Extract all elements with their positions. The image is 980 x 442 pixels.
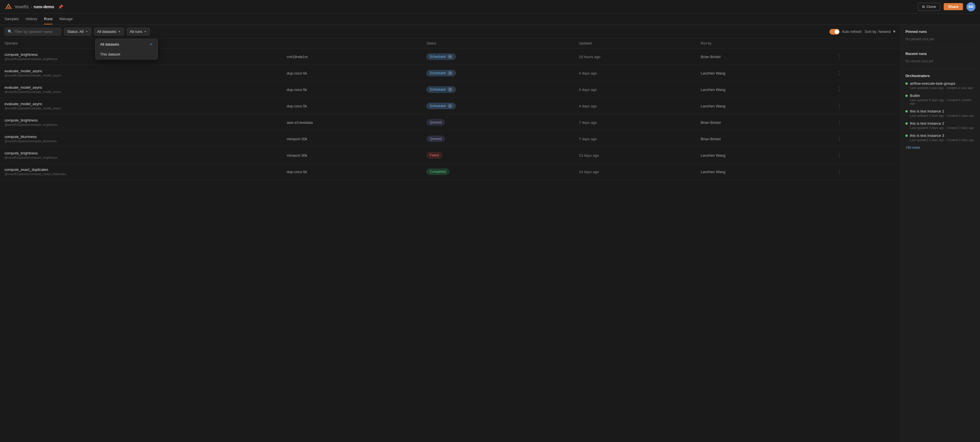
run-by: Lanzhen Wang bbox=[701, 153, 725, 158]
tab-samples[interactable]: Samples bbox=[5, 14, 19, 24]
row-more-button[interactable]: ⋮ bbox=[835, 102, 843, 110]
row-more-button[interactable]: ⋮ bbox=[835, 135, 843, 143]
auto-refresh-toggle[interactable] bbox=[829, 29, 840, 35]
runs-filter-button[interactable]: All runs ▼ bbox=[127, 28, 150, 35]
col-actions bbox=[830, 38, 900, 48]
run-by: Brian Bristol bbox=[701, 55, 721, 59]
run-by: Brian Bristol bbox=[701, 120, 721, 125]
dataset-name: mimport-30k bbox=[287, 137, 307, 141]
orchestrator-status-dot bbox=[905, 135, 908, 137]
tab-manage[interactable]: Manage bbox=[59, 14, 73, 24]
tab-runs[interactable]: Runs bbox=[44, 14, 52, 24]
sidebar: Pinned runs No pinned runs yet Recent ru… bbox=[900, 25, 980, 442]
table-row: compute_exact_duplicates @voxel51/panels… bbox=[0, 163, 900, 180]
clone-button[interactable]: ⧉ Clone bbox=[918, 3, 940, 11]
recent-runs-title: Recent runs bbox=[905, 52, 975, 56]
chevron-down-icon: ▼ bbox=[892, 30, 896, 34]
status-badge: Scheduled3 bbox=[426, 70, 456, 76]
sidebar-divider-2 bbox=[905, 69, 975, 69]
orchestrator-item[interactable]: this is test instance 1 Last updated 3 d… bbox=[905, 109, 975, 117]
orchestrator-meta: Last updated 3 days ago · Created 3 days… bbox=[910, 138, 974, 142]
row-more-button[interactable]: ⋮ bbox=[835, 53, 843, 60]
operator-name: evaluate_model_async bbox=[5, 102, 278, 106]
status-filter-button[interactable]: Status: All ▼ bbox=[64, 28, 91, 35]
tab-history[interactable]: History bbox=[26, 14, 37, 24]
operator-name: compute_blurriness bbox=[5, 135, 278, 139]
updated-time: 7 days ago bbox=[579, 120, 597, 125]
orchestrator-name: Builtin bbox=[910, 93, 975, 98]
share-button[interactable]: Share bbox=[944, 3, 963, 10]
updated-time: 14 days ago bbox=[579, 170, 599, 174]
orchestrator-name: this is test instance 3 bbox=[910, 133, 974, 138]
status-badge: Queued bbox=[426, 119, 445, 125]
row-more-button[interactable]: ⋮ bbox=[835, 119, 843, 126]
operator-path: @voxel51/panels/compute_brightness bbox=[5, 156, 278, 159]
dataset-name: aws-s3-testdata bbox=[287, 120, 313, 125]
col-dataset bbox=[282, 38, 422, 48]
updated-time: 4 days ago bbox=[579, 87, 597, 92]
clone-icon: ⧉ bbox=[922, 5, 925, 9]
breadcrumb: Voxel51 › runs-demo 📌 bbox=[15, 5, 918, 9]
topbar-actions: ⧉ Clone Share BB bbox=[918, 2, 975, 11]
app-logo bbox=[5, 3, 13, 11]
row-more-button[interactable]: ⋮ bbox=[835, 152, 843, 159]
project-name[interactable]: runs-demo bbox=[34, 5, 54, 9]
status-badge: Failed bbox=[426, 152, 442, 158]
operator-name: compute_brightness bbox=[5, 151, 278, 155]
dropdown-item-this-dataset[interactable]: This dataset bbox=[95, 49, 158, 59]
run-by: Brian Bristol bbox=[701, 137, 721, 141]
org-name[interactable]: Voxel51 bbox=[15, 5, 29, 9]
sort-button[interactable]: Sort by: Newest ▼ bbox=[865, 30, 896, 34]
sidebar-divider-1 bbox=[905, 47, 975, 47]
dataset-name: mimport-30k bbox=[287, 153, 307, 158]
orchestrator-item[interactable]: this is test instance 2 Last updated 3 d… bbox=[905, 121, 975, 130]
dataset-name: dup-coco-5k bbox=[287, 170, 307, 174]
operator-name: evaluate_model_async bbox=[5, 85, 278, 90]
pinned-runs-title: Pinned runs bbox=[905, 30, 975, 34]
runs-table: Operator Status Updated Run by compute_b… bbox=[0, 38, 900, 180]
more-orchestrators-link[interactable]: +50 more bbox=[905, 146, 975, 150]
tab-navigation: Samples History Runs Manage bbox=[0, 14, 980, 25]
updated-time: 7 days ago bbox=[579, 137, 597, 141]
dataset-name: cvh18nde1m bbox=[287, 55, 308, 59]
col-updated: Updated bbox=[574, 38, 696, 48]
orchestrator-item[interactable]: Builtin Last updated 8 days ago · Create… bbox=[905, 93, 975, 105]
operator-path: @voxel51/panels/compute_exact_duplicates bbox=[5, 172, 278, 176]
topbar: Voxel51 › runs-demo 📌 ⧉ Clone Share BB bbox=[0, 0, 980, 14]
orchestrator-item[interactable]: this is test instance 3 Last updated 3 d… bbox=[905, 133, 975, 142]
dataset-dropdown: All datasets ✓ This dataset bbox=[95, 39, 158, 60]
dataset-name: dup-coco-5k bbox=[287, 104, 307, 108]
table-row: evaluate_model_async @voxel51/panels/eva… bbox=[0, 98, 900, 114]
row-more-button[interactable]: ⋮ bbox=[835, 86, 843, 93]
orchestrator-status-dot bbox=[905, 122, 908, 125]
operator-name: compute_exact_duplicates bbox=[5, 168, 278, 172]
chevron-down-icon: ▼ bbox=[144, 30, 146, 33]
run-by: Lanzhen Wang bbox=[701, 71, 725, 75]
orchestrator-item[interactable]: airflow-execute-task-groups Last updated… bbox=[905, 81, 975, 90]
row-more-button[interactable]: ⋮ bbox=[835, 168, 843, 175]
pinned-runs-empty: No pinned runs yet bbox=[905, 37, 975, 41]
status-badge: Scheduled4 bbox=[426, 54, 456, 60]
table-row: compute_brightness @voxel51/panels/compu… bbox=[0, 147, 900, 163]
dataset-name: dup-coco-5k bbox=[287, 71, 307, 75]
search-input[interactable] bbox=[14, 30, 58, 34]
dropdown-item-all-datasets[interactable]: All datasets ✓ bbox=[95, 39, 158, 49]
orchestrator-meta: Last updated 3 days ago · Created 3 days… bbox=[910, 126, 974, 130]
orchestrator-meta: Last updated 8 days ago · Created 4 mont… bbox=[910, 98, 975, 105]
orchestrators-title: Orchestrators bbox=[905, 74, 975, 78]
dataset-filter-button[interactable]: All datasets ▼ bbox=[94, 28, 124, 35]
main-layout: 🔍 Status: All ▼ All datasets ▼ All runs … bbox=[0, 25, 980, 442]
status-badge: Scheduled1 bbox=[426, 103, 456, 109]
row-more-button[interactable]: ⋮ bbox=[835, 70, 843, 77]
run-by: Lanzhen Wang bbox=[701, 87, 725, 92]
search-box: 🔍 bbox=[5, 28, 61, 35]
status-badge: Queued bbox=[426, 136, 445, 142]
content-area: 🔍 Status: All ▼ All datasets ▼ All runs … bbox=[0, 25, 900, 442]
recent-runs-empty: No recent runs yet bbox=[905, 59, 975, 63]
updated-time: 18 hours ago bbox=[579, 55, 600, 59]
filter-bar: 🔍 Status: All ▼ All datasets ▼ All runs … bbox=[0, 25, 900, 38]
avatar[interactable]: BB bbox=[966, 2, 975, 11]
table-row: compute_blurriness @voxel51/panels/compu… bbox=[0, 131, 900, 147]
pin-icon[interactable]: 📌 bbox=[58, 5, 63, 9]
orchestrator-status-dot bbox=[905, 82, 908, 85]
